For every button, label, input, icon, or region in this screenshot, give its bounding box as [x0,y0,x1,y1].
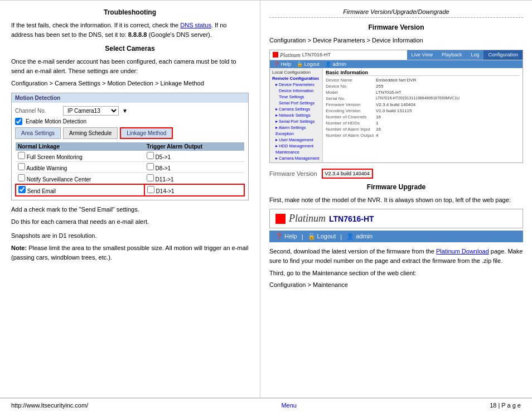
audible-checkbox[interactable] [18,163,25,170]
sidebar-remote-config[interactable]: Remote Configuration [271,75,321,82]
enable-row: Enable Motion Detection [15,118,245,125]
sidebar-local-config[interactable]: Local Configuration [271,69,321,75]
firmware-version-row: Firmware Version V2.3.4 build 140404 [269,169,523,179]
motion-buttons: Area Settings Arming Schedule Linkage Me… [15,127,245,139]
footer-url: http://www.ltsecurityinc.com/ [11,402,88,409]
nvr-admin: 👤 admin [325,61,346,67]
enable-checkbox[interactable] [15,118,22,125]
sidebar-serial-port[interactable]: Serial Port Settings [271,100,321,106]
platinum-download-link[interactable]: Platinum Download [436,248,489,255]
sidebar-camera-settings[interactable]: ▸ Camera Settings [271,106,321,112]
troubleshooting-title: Troubleshooting [11,8,249,16]
sidebar-network-settings[interactable]: ▸ Network Settings [271,112,321,118]
footer-page: 18 | P a g e [490,402,521,409]
nvr-logo-text: Platinum [280,52,301,58]
d11-checkbox[interactable] [147,174,154,181]
sidebar-maintenance[interactable]: Maintenance [271,149,321,155]
nvr-logo-bar: Platinum LTN7016-HT [270,50,407,60]
maintenance-path: Configuration > Maintenance [269,280,523,290]
platinum-model: LTN7616-HT [329,214,374,223]
channel-label: Channel No. [15,108,60,114]
table-row: Full Screen Monitoring D5->1 [16,151,244,162]
send-email-row: Send Email D14->1 [16,184,244,196]
d8-cell: D8->1 [144,161,244,173]
motion-title: Motion Detection [15,95,60,101]
nvr-body: Local Configuration Remote Configuration… [270,68,523,162]
audible-warning-cell: Audible Warning [16,161,144,173]
nvr-logo-red-square [273,52,278,58]
nvr-row-hdds: Number of HDDs 1 [326,121,520,126]
sidebar-device-info[interactable]: Device Information [271,88,321,94]
note-content: Please limit the area to the smallest po… [11,245,249,261]
area-settings-button[interactable]: Area Settings [15,127,61,139]
nvr-tab-configuration[interactable]: Configuration [483,50,523,60]
sidebar-hdd-mgmt[interactable]: ▸ HDD Management [271,143,321,149]
channel-select[interactable]: IP Camera13 [63,106,119,116]
snapshots-text: Snapshots are in D1 resolution. [11,231,249,241]
nvr-tab-playback[interactable]: Playback [437,50,467,60]
content-area: Troubleshooting If the test fails, check… [0,0,532,398]
platinum-logo-large: Platinum LTN7616-HT [269,209,523,228]
troubleshooting-para1: If the test fails, check the information… [11,21,249,39]
nvr-logout[interactable]: 🔓 Logout [297,61,320,67]
sidebar-alarm-settings[interactable]: ▸ Alarm Settings [271,124,321,131]
nvr-section-title: Basic Information [326,70,520,76]
add-checkmark-text2: Do this for each camera that needs an e-… [11,217,249,227]
arming-schedule-button[interactable]: Arming Schedule [63,127,118,139]
linkage-method-button[interactable]: Linkage Method [120,127,173,139]
firmware-version-title: Firmware Version [269,23,523,31]
nvr-row-device-no: Device No. 255 [326,84,520,89]
enable-label: Enable Motion Detection [26,118,86,124]
nvr-ui: Platinum LTN7016-HT Live View Playback L… [269,50,523,163]
nvr-row-alarm-input: Number of Alarm Input 16 [326,127,520,132]
table-row: Notify Surveillance Center D11->1 [16,173,244,184]
config-path: Configuration > Camera Settings > Motion… [11,79,249,88]
sidebar-serial-port2[interactable]: ▸ Serial Port Settings [271,118,321,124]
page-container: Troubleshooting If the test fails, check… [0,0,532,412]
admin-label: 👤 admin [346,233,373,240]
dns-status-link[interactable]: DNS status [180,22,211,28]
nvr-row-alarm-output: Number of Alarm Output 4 [326,133,520,138]
sidebar-device-params[interactable]: ▸ Device Parameters [271,82,321,88]
nvr-logo-model: LTN7016-HT [302,52,331,58]
full-screen-checkbox[interactable] [18,152,25,159]
note-label: Note: [11,245,27,251]
help-bar: ❓ Help | 🔓 Logout | 👤 admin [269,231,523,242]
nvr-toolbar: ❓ Help 🔓 Logout 👤 admin [270,60,523,68]
nvr-tab-log[interactable]: Log [466,50,483,60]
upgrade-para3: Third, go to the Maintenance section of … [269,269,523,278]
upgrade-para1: First, make note of the model of the NVR… [269,195,523,205]
nvr-row-channels: Number of Channels 16 [326,114,520,119]
d14-checkbox[interactable] [147,186,154,193]
sidebar-camera-mgmt[interactable]: ▸ Camera Management [271,155,321,161]
sidebar-exception[interactable]: Exception [271,131,321,137]
nvr-help[interactable]: ❓ Help [273,61,291,67]
d5-checkbox[interactable] [147,152,154,159]
nvr-main: Basic Information Device Name Embedded N… [323,68,523,162]
notify-checkbox[interactable] [18,174,25,181]
firmware-version-label: Firmware Version [269,170,317,177]
firmware-upgrade-title: Firmware Upgrade [269,183,523,191]
logout-icon[interactable]: 🔓 Logout [308,233,336,240]
footer-menu-link[interactable]: Menu [281,402,297,409]
nvr-row-firmware: Firmware Version V2.3.4 build 140404 [326,102,520,107]
note-paragraph: Note: Please limit the area to the small… [11,243,249,262]
platinum-script: Platinum [289,213,326,224]
select-cameras-para: Once the e-mail sender account has been … [11,57,249,75]
motion-detection-ui: Motion Detection Channel No. IP Camera13… [11,93,249,200]
col2-header: Trigger Alarm Output [144,142,244,151]
nvr-tabs: Live View Playback Log Configuration [407,50,523,60]
sidebar-time-settings[interactable]: Time Settings [271,94,321,100]
d14-cell: D14->1 [144,184,244,196]
upgrade-para2: Second, download the latest version of t… [269,247,523,265]
motion-body: Channel No. IP Camera13 ▼ Enable Motion … [12,103,248,200]
firmware-version-value: V2.3.4 build 140404 [322,169,373,179]
nvr-tab-liveview[interactable]: Live View [407,50,437,60]
nvr-row-encoding: Encoding Version V1.0 build 131115 [326,108,520,113]
help-icon[interactable]: ❓ Help [275,233,297,240]
red-square-icon [275,214,286,224]
fw-path: Configuration > Device Parameters > Devi… [269,36,523,45]
d8-checkbox[interactable] [147,163,154,170]
send-email-checkbox[interactable] [18,186,26,193]
sidebar-user-mgmt[interactable]: ▸ User Management [271,137,321,143]
